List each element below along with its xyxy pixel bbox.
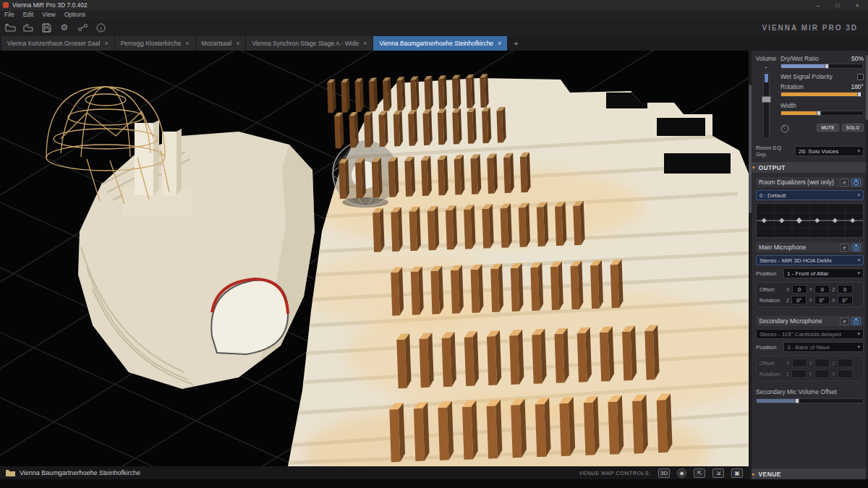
main-mic-offset-label: Offset: xyxy=(760,286,784,293)
menu-options[interactable]: Options xyxy=(64,11,85,18)
open-folder-icon[interactable] xyxy=(4,22,16,33)
axis-label: Y xyxy=(809,361,813,366)
secondary-mic-rotation-z[interactable] xyxy=(791,369,807,378)
axis-label: X xyxy=(786,361,790,366)
save-icon[interactable] xyxy=(41,22,52,33)
secondary-mic-power-button[interactable] xyxy=(851,317,861,325)
apse-red-outline xyxy=(211,279,288,354)
wet-polarity-checkbox[interactable] xyxy=(857,74,864,80)
menu-view[interactable]: View xyxy=(42,11,55,18)
dry-wet-slider-knob[interactable] xyxy=(825,64,829,69)
channel-knob-icon[interactable] xyxy=(780,123,789,132)
fit-view-button[interactable]: ▣ xyxy=(731,468,743,478)
venue-folder-icon[interactable] xyxy=(6,466,15,479)
secondary-mic-volume-offset-knob[interactable] xyxy=(795,398,799,403)
tab-close-icon[interactable]: × xyxy=(185,40,189,47)
main-mic-offset-x[interactable]: 0 xyxy=(792,285,807,294)
width-slider[interactable] xyxy=(780,111,864,116)
tab-venue-2[interactable]: Pernegg Klosterkirche × xyxy=(115,36,196,51)
main-mic-position-label: Position xyxy=(756,270,780,277)
venue-map-controls-label: VENUE MAP CONTROLS: xyxy=(579,470,650,476)
minimize-button[interactable]: – xyxy=(810,2,826,9)
width-slider-knob[interactable] xyxy=(817,111,821,116)
toolbar: ⚙ i VIENNA MIR PRO 3D xyxy=(0,19,868,36)
rotation-slider-knob[interactable] xyxy=(857,92,861,97)
close-button[interactable]: × xyxy=(849,2,865,9)
secondary-mic-offset-z[interactable] xyxy=(838,359,853,367)
axis-label: Y xyxy=(809,298,812,303)
chevron-down-icon: ▾ xyxy=(857,257,860,263)
secondary-mic-volume-offset-slider[interactable] xyxy=(756,398,864,403)
pan-view-button[interactable]: ⇱ xyxy=(694,468,705,478)
triangle-down-icon: ▾ xyxy=(752,165,755,171)
tab-close-icon[interactable]: × xyxy=(363,40,367,47)
status-bar: Vienna Baumgartnerhoehe Steinhofkirche V… xyxy=(0,466,749,479)
tab-close-icon[interactable]: × xyxy=(236,40,239,47)
main-mic-preset-value: Stereo - MIR 3D HOA DeMx xyxy=(760,257,832,264)
dry-wet-value: 50% xyxy=(851,55,864,62)
axis-label: Y xyxy=(809,287,813,292)
tab-venue-3[interactable]: Mozartsaal × xyxy=(196,36,247,51)
tab-venue-4[interactable]: Vienna Synchron Stage Stage A - Wide × xyxy=(246,36,373,51)
rotation-slider[interactable] xyxy=(780,92,864,97)
secondary-mic-offset-y[interactable] xyxy=(814,359,830,367)
eq-power-button[interactable] xyxy=(851,179,861,187)
main-mic-edit-button[interactable]: e xyxy=(840,244,849,252)
tab-close-icon[interactable]: × xyxy=(498,40,501,47)
secondary-mic-rotation-x[interactable] xyxy=(838,369,853,378)
view-3d-toggle[interactable]: 3D xyxy=(658,468,670,478)
maximize-button[interactable]: □ xyxy=(830,2,846,9)
info-icon[interactable]: i xyxy=(95,22,106,33)
width-label: Width xyxy=(780,102,796,109)
add-tab-button[interactable]: + xyxy=(508,36,524,51)
venue-header-label: VENUE xyxy=(759,471,781,478)
tab-venue-5-active[interactable]: Vienna Baumgartnerhoehe Steinhofkirche × xyxy=(373,36,508,51)
volume-fader-handle[interactable] xyxy=(762,96,771,103)
secondary-mic-preset-dropdown[interactable]: Stereo - 115° Cardioids delayed ▾ xyxy=(756,329,864,339)
tab-close-icon[interactable]: × xyxy=(104,40,108,47)
secondary-mic-edit-button[interactable]: e xyxy=(840,317,849,325)
main-mic-offset-y[interactable]: 0 xyxy=(814,285,830,294)
main-mic-rotation-x[interactable]: 0° xyxy=(838,296,853,304)
secondary-mic-transform-group: Offset: X Y Z Rotation: Z Y X xyxy=(756,356,864,381)
zoom-view-button[interactable]: ⇲ xyxy=(712,468,724,478)
main-mic-power-button[interactable] xyxy=(851,244,861,252)
main-mic-rotation-y[interactable]: 0° xyxy=(814,296,830,304)
tab-label: Vienna Konzerthaus Grosser Saal xyxy=(7,40,100,47)
panel-scrollbar[interactable] xyxy=(749,51,752,479)
volume-fader[interactable] xyxy=(763,72,770,139)
venue-3d-viewport[interactable] xyxy=(0,51,749,466)
secondary-mic-position-dropdown[interactable]: 3 - Back of Nave ▾ xyxy=(783,342,864,352)
secondary-mic-preset-value: Stereo - 115° Cardioids delayed xyxy=(760,331,841,338)
secondary-mic-header: Secondary Microphone e xyxy=(756,316,864,326)
solo-button[interactable]: SOLO xyxy=(842,124,864,132)
eq-edit-button[interactable]: e xyxy=(840,179,849,187)
settings-gear-icon[interactable]: ⚙ xyxy=(59,22,70,33)
axis-label: X xyxy=(786,287,790,292)
main-mic-position-dropdown[interactable]: 1 - Front of Altar ▾ xyxy=(783,268,864,278)
menu-edit[interactable]: Edit xyxy=(23,11,34,18)
rotation-label: Rotation xyxy=(780,83,804,90)
secondary-mic-offset-x[interactable] xyxy=(792,359,807,367)
main-mic-offset-z[interactable]: 0 xyxy=(838,285,853,294)
axis-label: Z xyxy=(832,361,835,366)
tab-venue-1[interactable]: Vienna Konzerthaus Grosser Saal × xyxy=(1,36,115,51)
tab-label: Vienna Baumgartnerhoehe Steinhofkirche xyxy=(379,40,493,47)
orbit-view-button[interactable]: ◉ xyxy=(677,468,686,478)
room-eq-grp-dropdown[interactable]: 26: Solo Voices ▾ xyxy=(795,146,864,156)
menu-file[interactable]: File xyxy=(4,11,14,18)
venue-section-header[interactable]: ▸ VENUE xyxy=(749,468,868,479)
main-mic-transform-group: Offset: X 0 Y 0 Z 0 Rotation: Z 0° Y 0° … xyxy=(756,282,864,307)
volume-label: Volume xyxy=(756,55,776,62)
folder-icon[interactable] xyxy=(22,22,34,33)
secondary-mic-rotation-y[interactable] xyxy=(814,369,830,378)
chevron-down-icon: ▾ xyxy=(857,148,860,154)
output-section-header[interactable]: ▾ OUTPUT xyxy=(749,162,868,173)
main-mic-preset-dropdown[interactable]: Stereo - MIR 3D HOA DeMx ▾ xyxy=(756,255,864,265)
audio-routing-icon[interactable] xyxy=(77,22,88,33)
eq-curve-display[interactable] xyxy=(756,203,864,238)
main-mic-rotation-z[interactable]: 0° xyxy=(791,296,807,304)
mute-button[interactable]: MUTE xyxy=(817,124,838,132)
dry-wet-slider[interactable] xyxy=(780,64,864,69)
eq-preset-dropdown[interactable]: 0 : Default ▾ xyxy=(756,190,864,200)
